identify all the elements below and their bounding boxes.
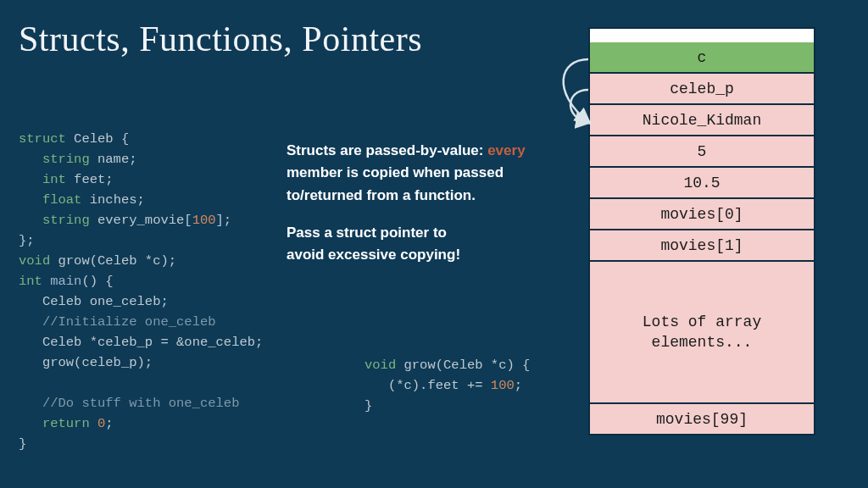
memory-cell-ellipsis: Lots of array elements...	[588, 262, 815, 404]
code-token: ];	[216, 213, 232, 228]
code-token: 100	[491, 378, 515, 393]
note-line: Pass a struct pointer to	[287, 225, 447, 241]
code-token: struct	[19, 131, 66, 147]
code-token: main	[42, 274, 82, 289]
code-token: int	[42, 172, 66, 187]
code-token: feet;	[66, 172, 114, 187]
code-token: name;	[90, 152, 137, 167]
note-line: member is copied when passed	[287, 164, 504, 180]
page-title: Structs, Functions, Pointers	[19, 19, 422, 59]
code-token: };	[19, 233, 35, 248]
code-token: //Initialize one_celeb	[19, 314, 216, 330]
code-token: //Do stuff with one_celeb	[19, 396, 239, 411]
code-token: }	[19, 436, 26, 452]
code-token: 100	[192, 213, 216, 228]
memory-cell-c: c	[588, 42, 815, 74]
memory-cell-feet: 5	[588, 136, 815, 168]
explanation-text: Structs are passed-by-value: every membe…	[287, 140, 549, 267]
code-token: ;	[105, 416, 113, 431]
note-line: to/returned from a function.	[287, 187, 476, 203]
code-token: Celeb one_celeb;	[19, 294, 169, 309]
code-block-main: struct Celeb { string name; int feet; fl…	[19, 108, 263, 454]
code-token: string	[42, 152, 90, 167]
code-token: inches;	[81, 192, 144, 208]
code-token: void	[19, 253, 50, 269]
note-emphasis: every	[487, 142, 525, 158]
code-token: Celeb *celeb_p = &one_celeb;	[19, 335, 263, 350]
code-token: void	[364, 358, 396, 373]
code-token: grow(Celeb *c);	[50, 253, 176, 269]
code-token: return	[42, 416, 90, 431]
code-token: float	[42, 192, 82, 208]
code-token: }	[364, 398, 372, 413]
code-token: 0	[97, 416, 105, 431]
memory-cell-name: Nicole_Kidman	[588, 105, 815, 136]
note-line: Structs are passed-by-value:	[287, 142, 487, 158]
memory-diagram: c celeb_p Nicole_Kidman 5 10.5 movies[0]…	[588, 27, 815, 435]
memory-cell-movies1: movies[1]	[588, 230, 815, 262]
code-token: every_movie[	[90, 213, 192, 228]
memory-cell-movies99: movies[99]	[588, 404, 815, 435]
code-token: grow(Celeb *c) {	[396, 358, 530, 373]
code-token: grow(celeb_p);	[19, 355, 153, 370]
memory-cell-inches: 10.5	[588, 168, 815, 199]
code-token: (*c).feet +=	[364, 378, 491, 393]
memory-cell-celeb-p: celeb_p	[588, 74, 815, 105]
code-token: ;	[515, 378, 522, 393]
code-token: string	[42, 213, 90, 228]
memory-cell-movies0: movies[0]	[588, 199, 815, 230]
code-token: int	[19, 274, 42, 289]
code-token: () {	[81, 274, 113, 289]
code-block-grow: void grow(Celeb *c) { (*c).feet += 100; …	[364, 335, 530, 416]
note-line: avoid excessive copying!	[287, 247, 460, 263]
code-token: Celeb {	[66, 131, 129, 147]
memory-top-gap	[588, 27, 815, 42]
